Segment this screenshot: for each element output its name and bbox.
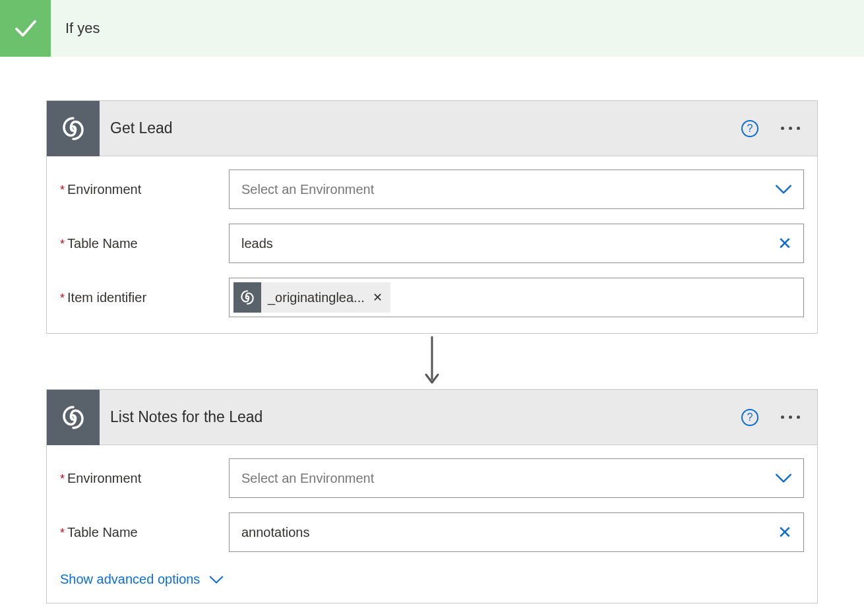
table-name-field[interactable]: ✕ xyxy=(229,512,804,552)
field-row-table-name: * Table Name ✕ xyxy=(60,512,804,552)
more-icon[interactable] xyxy=(777,409,804,425)
table-name-input[interactable] xyxy=(229,224,804,263)
show-advanced-options-button[interactable]: Show advanced options xyxy=(60,572,804,587)
field-label: * Table Name xyxy=(60,525,229,540)
dataverse-icon xyxy=(47,101,100,156)
table-name-field[interactable]: ✕ xyxy=(229,224,804,263)
action-title: List Notes for the Lead xyxy=(110,408,741,426)
field-row-environment: * Environment xyxy=(60,169,804,209)
advanced-options-label: Show advanced options xyxy=(60,572,200,587)
help-icon[interactable]: ? xyxy=(741,409,758,426)
token-container[interactable]: _originatinglea... ✕ xyxy=(229,278,804,317)
required-star-icon: * xyxy=(60,237,65,251)
environment-input[interactable] xyxy=(229,458,804,498)
field-label: * Environment xyxy=(60,471,229,486)
chevron-down-icon[interactable] xyxy=(775,473,792,483)
action-title: Get Lead xyxy=(110,119,741,137)
action-body: * Environment * Table Name ✕ xyxy=(47,156,817,333)
chevron-down-icon xyxy=(209,575,224,584)
action-card-get-lead: Get Lead ? * Environment * xyxy=(46,100,818,334)
label-text: Table Name xyxy=(67,525,138,540)
chevron-down-icon[interactable] xyxy=(775,184,792,195)
actions-container: Get Lead ? * Environment * xyxy=(0,57,864,616)
more-icon[interactable] xyxy=(777,120,804,137)
dataverse-icon xyxy=(233,282,261,313)
label-text: Environment xyxy=(67,471,141,486)
dataverse-icon xyxy=(47,390,100,445)
help-icon[interactable]: ? xyxy=(741,120,758,137)
action-body: * Environment * Table Name ✕ xyxy=(47,445,817,603)
close-icon[interactable]: ✕ xyxy=(373,290,383,305)
connector-arrow xyxy=(422,334,442,389)
field-label: * Table Name xyxy=(60,236,229,251)
field-label: * Item identifier xyxy=(60,290,229,305)
environment-input[interactable] xyxy=(229,169,804,209)
action-header[interactable]: List Notes for the Lead ? xyxy=(47,390,817,445)
label-text: Item identifier xyxy=(67,290,146,305)
field-row-environment: * Environment xyxy=(60,458,804,498)
environment-select[interactable] xyxy=(229,169,804,209)
field-row-item-identifier: * Item identifier _originatingle xyxy=(60,278,804,317)
condition-branch-title: If yes xyxy=(51,20,100,37)
field-row-table-name: * Table Name ✕ xyxy=(60,224,804,263)
label-text: Table Name xyxy=(67,236,138,251)
label-text: Environment xyxy=(67,182,141,197)
clear-icon[interactable]: ✕ xyxy=(778,524,792,541)
required-star-icon: * xyxy=(60,292,65,305)
environment-select[interactable] xyxy=(229,458,804,498)
table-name-input[interactable] xyxy=(229,512,804,552)
item-identifier-field[interactable]: _originatinglea... ✕ xyxy=(229,278,804,317)
required-star-icon: * xyxy=(60,526,65,540)
checkmark-icon xyxy=(0,0,51,57)
condition-branch-header: If yes xyxy=(0,0,864,57)
dynamic-content-token[interactable]: _originatinglea... ✕ xyxy=(233,282,390,313)
action-header[interactable]: Get Lead ? xyxy=(47,101,817,156)
action-card-list-notes: List Notes for the Lead ? * Environment xyxy=(46,389,818,603)
required-star-icon: * xyxy=(60,472,65,486)
token-label: _originatinglea... xyxy=(268,290,365,305)
clear-icon[interactable]: ✕ xyxy=(778,235,792,252)
field-label: * Environment xyxy=(60,182,229,197)
required-star-icon: * xyxy=(60,183,65,197)
